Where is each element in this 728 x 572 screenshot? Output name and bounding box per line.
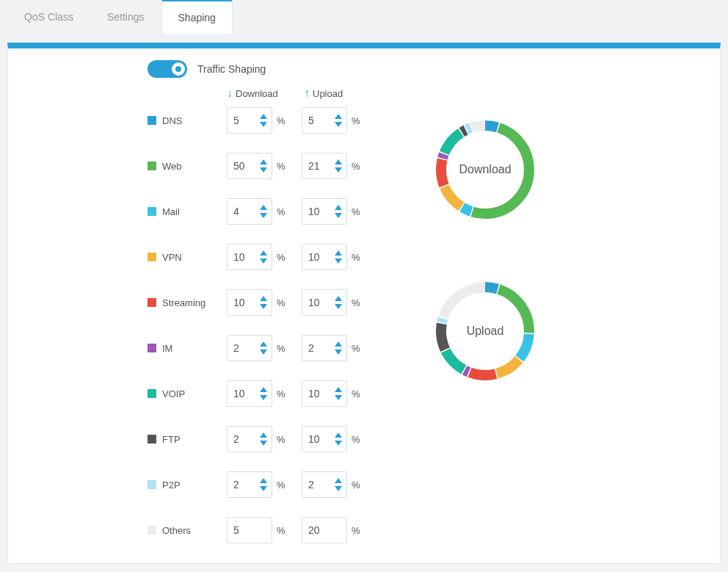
download-stepper[interactable] xyxy=(227,153,272,179)
download-input[interactable] xyxy=(228,381,255,406)
download-input[interactable] xyxy=(228,245,255,269)
tab-settings[interactable]: Settings xyxy=(90,0,161,34)
upload-input[interactable] xyxy=(302,199,330,224)
download-stepper[interactable] xyxy=(227,289,272,316)
step-up-icon[interactable] xyxy=(260,114,267,119)
download-stepper[interactable] xyxy=(227,335,272,361)
step-down-icon[interactable] xyxy=(335,122,342,127)
color-swatch xyxy=(148,344,156,352)
percent-label: % xyxy=(347,479,376,490)
step-up-icon[interactable] xyxy=(335,296,342,301)
step-up-icon[interactable] xyxy=(260,205,267,210)
step-down-icon[interactable] xyxy=(260,167,267,173)
download-stepper[interactable] xyxy=(227,107,272,134)
upload-stepper[interactable] xyxy=(302,426,347,452)
upload-stepper[interactable] xyxy=(302,289,347,316)
tab-bar: QoS Class Settings Shaping xyxy=(0,0,728,34)
download-input[interactable] xyxy=(228,472,255,497)
upload-stepper[interactable] xyxy=(302,517,347,543)
upload-input[interactable] xyxy=(302,108,330,133)
tab-qos-class[interactable]: QoS Class xyxy=(7,0,90,34)
upload-stepper[interactable] xyxy=(302,380,347,407)
step-down-icon[interactable] xyxy=(335,441,342,446)
download-stepper[interactable] xyxy=(227,471,272,498)
download-stepper[interactable] xyxy=(227,198,272,225)
category-label: Web xyxy=(162,161,182,172)
percent-label: % xyxy=(347,161,376,172)
step-down-icon[interactable] xyxy=(260,258,267,264)
step-down-icon[interactable] xyxy=(335,486,342,491)
color-swatch xyxy=(148,116,156,125)
step-down-icon[interactable] xyxy=(260,213,267,218)
upload-stepper[interactable] xyxy=(302,107,347,134)
step-up-icon[interactable] xyxy=(335,387,342,392)
percent-label: % xyxy=(272,479,302,490)
step-down-icon[interactable] xyxy=(260,304,267,309)
step-up-icon[interactable] xyxy=(335,250,342,256)
category-row: Others%% xyxy=(148,517,720,543)
step-up-icon[interactable] xyxy=(335,478,342,483)
step-down-icon[interactable] xyxy=(260,350,267,355)
step-up-icon[interactable] xyxy=(335,159,342,164)
download-input[interactable] xyxy=(228,524,272,536)
color-swatch xyxy=(148,207,156,216)
upload-stepper[interactable] xyxy=(302,153,347,179)
download-input[interactable] xyxy=(228,153,255,178)
step-down-icon[interactable] xyxy=(335,258,342,264)
download-input[interactable] xyxy=(228,336,255,361)
upload-stepper[interactable] xyxy=(302,244,347,270)
upload-input[interactable] xyxy=(302,245,330,269)
step-down-icon[interactable] xyxy=(335,350,342,355)
percent-label: % xyxy=(272,115,302,126)
step-up-icon[interactable] xyxy=(260,387,267,392)
step-up-icon[interactable] xyxy=(260,250,267,256)
category-label: Mail xyxy=(162,206,180,217)
percent-label: % xyxy=(272,297,302,308)
upload-stepper[interactable] xyxy=(302,198,347,225)
percent-label: % xyxy=(272,343,302,354)
upload-input[interactable] xyxy=(302,290,330,315)
upload-stepper[interactable] xyxy=(302,335,347,361)
upload-stepper[interactable] xyxy=(302,471,347,498)
step-up-icon[interactable] xyxy=(260,478,267,483)
step-up-icon[interactable] xyxy=(335,341,342,347)
step-up-icon[interactable] xyxy=(260,341,267,347)
step-down-icon[interactable] xyxy=(260,122,267,127)
step-up-icon[interactable] xyxy=(260,432,267,438)
step-up-icon[interactable] xyxy=(335,114,342,119)
download-stepper[interactable] xyxy=(227,517,272,543)
download-input[interactable] xyxy=(228,290,255,315)
step-up-icon[interactable] xyxy=(260,159,267,164)
upload-input[interactable] xyxy=(302,381,330,406)
step-down-icon[interactable] xyxy=(260,441,267,446)
step-up-icon[interactable] xyxy=(260,296,267,301)
download-input[interactable] xyxy=(228,427,255,452)
traffic-shaping-label: Traffic Shaping xyxy=(197,63,266,75)
traffic-shaping-toggle[interactable] xyxy=(148,60,187,78)
category-label: P2P xyxy=(162,479,181,490)
upload-input[interactable] xyxy=(302,524,346,536)
upload-input[interactable] xyxy=(302,153,330,178)
step-down-icon[interactable] xyxy=(335,167,342,173)
step-up-icon[interactable] xyxy=(335,205,342,210)
percent-label: % xyxy=(347,206,376,217)
category-label: VOIP xyxy=(162,388,185,399)
step-down-icon[interactable] xyxy=(335,213,342,218)
download-stepper[interactable] xyxy=(227,244,272,270)
download-input[interactable] xyxy=(228,108,255,133)
step-down-icon[interactable] xyxy=(260,486,267,491)
category-row: P2P%% xyxy=(148,471,720,498)
percent-label: % xyxy=(347,252,376,263)
tab-shaping[interactable]: Shaping xyxy=(161,0,233,34)
step-up-icon[interactable] xyxy=(335,432,342,438)
download-stepper[interactable] xyxy=(227,426,272,452)
download-stepper[interactable] xyxy=(227,380,272,407)
step-down-icon[interactable] xyxy=(335,395,342,400)
upload-arrow-icon: ↑ xyxy=(304,87,310,100)
upload-input[interactable] xyxy=(302,336,330,361)
step-down-icon[interactable] xyxy=(335,304,342,309)
upload-input[interactable] xyxy=(302,472,330,497)
upload-input[interactable] xyxy=(302,427,330,452)
step-down-icon[interactable] xyxy=(260,395,267,400)
download-input[interactable] xyxy=(228,199,255,224)
